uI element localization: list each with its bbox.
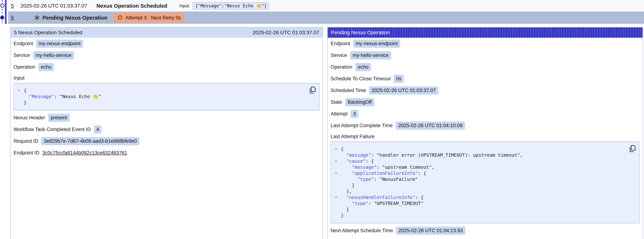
field-operation: Operationecho bbox=[330, 62, 640, 71]
json-key: "type" bbox=[357, 176, 374, 182]
code-line: { bbox=[333, 146, 626, 152]
field-label: Request ID bbox=[14, 138, 38, 144]
field-label: Workflow Task Completed Event ID bbox=[14, 127, 91, 132]
code-line: "type": "NexusFailure" bbox=[333, 176, 626, 182]
json-text: }, bbox=[346, 189, 352, 194]
field-endpoint: Endpointmy-nexus-endpoint bbox=[14, 39, 320, 48]
pending-asterisk-icon bbox=[34, 15, 40, 21]
json-text: : "Nexus Echo 👋" bbox=[54, 94, 101, 99]
field-label: Endpoint bbox=[330, 41, 350, 46]
json-key: "cause" bbox=[346, 158, 366, 164]
field-value-link[interactable]: 3c0c75ccfa8144b092c13ce632463761 bbox=[42, 150, 127, 156]
field-label: Input bbox=[14, 75, 24, 81]
field-value-badge: BackingOff bbox=[345, 98, 374, 106]
field-endpoint: Endpointmy-nexus-endpoint bbox=[330, 39, 640, 48]
retry-badge: Attempt 3 · Next Retry 0s bbox=[114, 13, 184, 22]
pending-operation-panel: Pending Nexus Operation Endpointmy-nexus… bbox=[327, 27, 643, 239]
json-text: } bbox=[352, 183, 354, 188]
json-text: { bbox=[341, 146, 344, 152]
pending-event-id-link[interactable]: 5 bbox=[11, 15, 14, 21]
json-text: : { bbox=[366, 158, 374, 164]
field-label: Endpoint bbox=[14, 41, 33, 46]
code-line: "applicationFailureInfo": { bbox=[333, 170, 626, 176]
field-workflow-task-completed-event-id: Workflow Task Completed Event ID4 bbox=[14, 125, 320, 134]
field-value-badge: 0s bbox=[394, 75, 404, 83]
collapse-chevron-icon[interactable] bbox=[333, 172, 341, 174]
json-text: } bbox=[341, 213, 344, 218]
selection-accent-bar bbox=[5, 0, 6, 24]
field-endpoint-id: Endpoint ID3c0c75ccfa8144b092c13ce632463… bbox=[14, 148, 320, 157]
event-row-nexus-operation-scheduled[interactable]: 5 2025-02-26 UTC 01:03:37.07 Nexus Opera… bbox=[8, 0, 644, 12]
event-input-value-chip: {"Message":"Nexus Echo 👋"} bbox=[192, 2, 269, 10]
field-label: State bbox=[330, 99, 342, 105]
field-service: Servicemy-hello-service bbox=[14, 51, 320, 60]
field-label: Endpoint ID bbox=[14, 150, 39, 156]
json-key: "applicationFailureInfo" bbox=[352, 170, 418, 176]
retry-icon bbox=[117, 15, 123, 20]
json-text: : "NexusFailure" bbox=[374, 176, 418, 182]
field-nexus-header: Nexus Headerpresent bbox=[14, 113, 320, 122]
code-line: "message": "upstream timeout", bbox=[333, 164, 626, 170]
json-key: "message" bbox=[346, 152, 371, 158]
json-text: : "UPSTREAM_TIMEOUT" bbox=[368, 201, 424, 206]
collapse-chevron-icon[interactable] bbox=[333, 196, 341, 198]
code-line: } bbox=[16, 100, 306, 106]
json-code-block: {"Message": "Nexus Echo 👋"} bbox=[14, 83, 320, 110]
field-value-badge: 2025-02-26 UTC 01:03:37.07 bbox=[369, 86, 438, 94]
field-label: Schedule To Close Timeout bbox=[330, 76, 391, 82]
field-value-badge: present bbox=[48, 114, 70, 122]
field-value-badge: 2025-02-26 UTC 01:04:10.09 bbox=[396, 122, 465, 130]
field-value-badge: 2025-02-26 UTC 01:04:13.93 bbox=[396, 226, 465, 235]
panel-title: Pending Nexus Operation bbox=[331, 30, 390, 36]
field-value-badge: my-hello-service bbox=[33, 51, 74, 60]
field-service: Servicemy-hello-service bbox=[330, 51, 640, 60]
field-label: Service bbox=[14, 52, 30, 58]
copy-icon[interactable] bbox=[309, 86, 316, 94]
field-label: Operation bbox=[330, 64, 352, 70]
field-label: Attempt bbox=[330, 111, 348, 117]
field-label: Next Attempt Schedule Time bbox=[330, 228, 393, 234]
field-next-attempt-schedule-time: Next Attempt Schedule Time2025-02-26 UTC… bbox=[330, 226, 640, 235]
event-row-pending-nexus-operation[interactable]: 5 Pending Nexus Operation Attempt 3 · Ne… bbox=[8, 12, 644, 24]
field-label: Operation bbox=[14, 64, 35, 70]
json-key: "nexusHandlerFailureInfo" bbox=[346, 195, 415, 200]
panel-title: 5 Nexus Operation Scheduled bbox=[14, 30, 82, 36]
code-line: } bbox=[333, 182, 626, 188]
field-schedule-to-close-timeout: Schedule To Close Timeout0s bbox=[330, 74, 640, 83]
event-id-link[interactable]: 5 bbox=[11, 3, 14, 9]
code-line: "nexusHandlerFailureInfo": { bbox=[333, 194, 626, 200]
event-input-label: Input bbox=[180, 3, 189, 8]
field-label: Last Attempt Complete Time bbox=[330, 123, 393, 128]
field-label: Last Attempt Failure bbox=[330, 134, 374, 140]
field-value-badge: 3 bbox=[350, 110, 358, 118]
json-key: "type" bbox=[352, 201, 368, 206]
code-line: { bbox=[16, 88, 306, 94]
collapse-chevron-icon[interactable] bbox=[16, 90, 24, 92]
code-line: "message": "handler error (UPSTREAM_TIME… bbox=[333, 152, 626, 158]
field-value-badge: 3e829b7e-7d67-4b08-aad3-b1e868bfe9e0 bbox=[41, 137, 140, 145]
field-last-attempt-failure: Last Attempt Failure bbox=[330, 133, 640, 140]
json-code-block: {"message": "handler error (UPSTREAM_TIM… bbox=[330, 142, 640, 223]
event-detail-panel: 5 Nexus Operation Scheduled 2025-02-26 U… bbox=[10, 27, 323, 239]
field-label: Service bbox=[330, 52, 347, 58]
retry-badge-label: Attempt 3 · Next Retry 0s bbox=[126, 15, 181, 20]
code-line: "Message": "Nexus Echo 👋" bbox=[16, 94, 306, 100]
field-attempt: Attempt3 bbox=[330, 110, 640, 118]
field-value-badge: echo bbox=[355, 63, 371, 71]
copy-icon[interactable] bbox=[628, 144, 636, 153]
field-value-badge: my-nexus-endpoint bbox=[353, 40, 400, 48]
code-line: } bbox=[333, 206, 626, 212]
collapse-chevron-icon[interactable] bbox=[333, 160, 341, 162]
json-text: : { bbox=[415, 195, 424, 200]
json-text: } bbox=[346, 207, 349, 212]
code-line: "type": "UPSTREAM_TIMEOUT" bbox=[333, 200, 626, 206]
field-value-badge: my-hello-service bbox=[350, 51, 391, 60]
json-text: : "upstream timeout", bbox=[376, 164, 434, 170]
event-marker-circle-icon bbox=[0, 4, 4, 8]
code-line: "cause": { bbox=[333, 158, 626, 164]
event-history-view: 5 2025-02-26 UTC 01:03:37.07 Nexus Opera… bbox=[0, 0, 644, 239]
field-value-badge: my-nexus-endpoint bbox=[36, 40, 83, 48]
field-input: Input bbox=[14, 74, 320, 82]
json-text: } bbox=[24, 100, 26, 105]
collapse-chevron-icon[interactable] bbox=[333, 148, 341, 150]
